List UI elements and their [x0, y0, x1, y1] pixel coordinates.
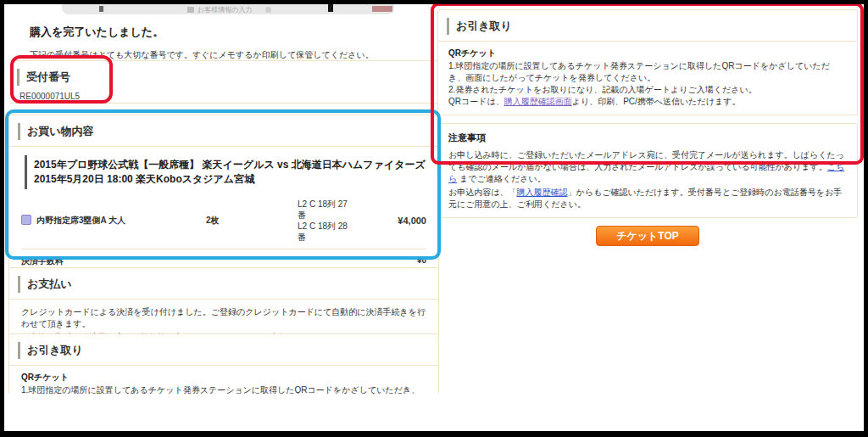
- pickup-section-bottom: お引き取り QRチケット 1.球団指定の場所に設置してあるチケット発券ステーショ…: [8, 333, 439, 394]
- ticket-row: 内野指定席3塁側A 大人 2枚 L2 C 18列 27番 L2 C 18列 28…: [21, 193, 426, 249]
- event-title: 2015年プロ野球公式戦【一般席種】 楽天イーグルス vs 北海道日本ハムファイ…: [25, 155, 426, 189]
- progress-steps-bar: お客様情報の入力: [62, 4, 394, 14]
- screenshot-frame: お客様情報の入力 購入を完了いたしました。 下記の受付番号はとても大切な番号です…: [0, 0, 868, 437]
- progress-document-icon: [187, 7, 194, 13]
- cart-heading: お買い物内容: [18, 123, 428, 140]
- page-background: お客様情報の入力 購入を完了いたしました。 下記の受付番号はとても大切な番号です…: [4, 4, 864, 431]
- divider: [438, 41, 857, 42]
- divider: [9, 365, 438, 366]
- ticket-price: ¥4,000: [348, 216, 426, 226]
- fee-label: 決済手数料: [21, 255, 64, 267]
- pickup-heading: お引き取り: [18, 342, 428, 359]
- progress-step-circle-icon: [265, 7, 271, 13]
- qr-step1: 1.球団指定の場所に設置してあるチケット発券ステーションに取得したQRコードをか…: [21, 384, 426, 394]
- receipt-number-section: 受付番号 RE0000071UL5: [8, 60, 439, 104]
- progress-step-remnant: [372, 6, 392, 12]
- divider: [9, 299, 438, 300]
- qr-ticket-title: QRチケット: [21, 372, 426, 384]
- payment-heading: お支払い: [18, 276, 428, 293]
- button-row: チケットTOP: [437, 226, 858, 246]
- receipt-keep-note: 下記の受付番号はとても大切な番号です。すぐにメモするか印刷して保管してください。: [30, 49, 374, 61]
- qr-note: QRコードは、購入履歴確認画面より、印刷、PC/携帯へ送信いただけます。: [448, 96, 847, 108]
- pickup-panel-box: お引き取り QRチケット 1.球団指定の場所に設置してあるチケット発券ステーショ…: [437, 9, 858, 115]
- seat-number: L2 C 18列 27番: [298, 199, 348, 221]
- purchase-history-link[interactable]: 購入履歴確認: [516, 188, 567, 197]
- notes-panel-box: 注意事項 お申し込み時に、ご登録いただいたメールアドレス宛に、受付完了メールが送…: [437, 123, 858, 218]
- payment-text: クレジットカードによる決済を受け付けました。ご登録のクレジットカードにて自動的に…: [21, 306, 426, 330]
- notes-heading: 注意事項: [448, 132, 847, 144]
- notes-paragraph-2: お申込内容は、「購入履歴確認」からもご確認いただけます。受付番号とご登録時のお電…: [448, 187, 847, 210]
- pickup-panel: お引き取り QRチケット 1.球団指定の場所に設置してあるチケット発券ステーショ…: [437, 9, 858, 246]
- qr-note-prefix: QRコードは、: [448, 97, 504, 106]
- receipt-number-value: RE0000071UL5: [19, 92, 439, 101]
- qr-note-suffix: より、印刷、PC/携帯へ送信いただけます。: [572, 97, 741, 106]
- divider: [9, 146, 438, 147]
- fee-value: ¥0: [417, 255, 426, 267]
- progress-step-marker-icon: [99, 6, 103, 12]
- ticket-quantity: 2枚: [206, 215, 298, 227]
- ticket-name: 内野指定席3塁側A 大人: [36, 216, 125, 225]
- pickup-heading: お引き取り: [447, 18, 847, 35]
- ticket-top-button[interactable]: チケットTOP: [596, 226, 699, 246]
- qr-ticket-title: QRチケット: [448, 48, 847, 59]
- progress-step-label: お客様情報の入力: [198, 5, 252, 14]
- seat-type-icon: [21, 215, 31, 225]
- progress-step-marker-icon: [328, 4, 333, 12]
- notes-p2-text: お申込内容は、「: [448, 188, 516, 197]
- purchase-complete-message: 購入を完了いたしました。: [30, 25, 164, 40]
- notes-paragraph-1: お申し込み時に、ご登録いただいたメールアドレス宛に、受付完了メールが送られます。…: [448, 149, 847, 185]
- purchase-history-screen-link[interactable]: 購入履歴確認画面: [504, 97, 572, 106]
- ticket-name-cell: 内野指定席3塁側A 大人: [21, 215, 206, 227]
- qr-step2: 2.発券されたチケットをお取りになり、記載の入場ゲートよりご入場ください。: [448, 84, 847, 96]
- notes-p1-text: お申し込み時に、ご登録いただいたメールアドレス宛に、受付完了メールが送られます。…: [448, 150, 844, 171]
- notes-p1-text: までご連絡ください。: [457, 174, 545, 183]
- qr-step1: 1.球団指定の場所に設置してあるチケット発券ステーションに取得したQRコードをか…: [448, 60, 847, 84]
- ticket-seats: L2 C 18列 27番 L2 C 18列 28番: [298, 199, 348, 243]
- seat-number: L2 C 18列 28番: [298, 221, 348, 243]
- receipt-number-heading: 受付番号: [17, 69, 429, 86]
